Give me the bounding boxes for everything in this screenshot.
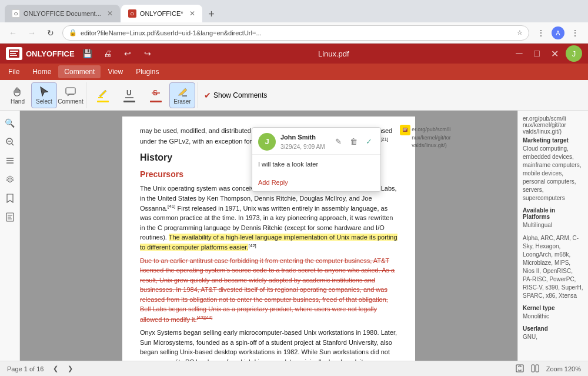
logo-icon (6, 47, 22, 60)
strikethrough-para: Due to an earlier antitrust case forbidd… (140, 256, 397, 324)
svg-rect-24 (516, 365, 523, 372)
kernel-type-section: Kernel type Monolithic (523, 305, 583, 321)
comment-delete-button[interactable]: 🗑 (348, 136, 359, 148)
window-minimize-button[interactable]: ─ (513, 47, 526, 60)
extensions-button[interactable]: ⋮ (534, 26, 548, 40)
hand-tool-label: Hand (11, 98, 25, 105)
profile-button[interactable]: A (552, 26, 564, 39)
tab-close-1[interactable]: ✕ (107, 9, 113, 18)
fit-page-icon[interactable] (516, 364, 524, 374)
menu-plugins[interactable]: Plugins (130, 65, 165, 78)
hand-tool-button[interactable]: Hand (5, 82, 31, 108)
print-button[interactable]: 🖨 (101, 46, 115, 61)
strikethrough-icon: S (150, 88, 162, 99)
browser-tab-2[interactable]: O ONLYOFFICE* ✕ (121, 5, 202, 22)
sidebar-layers-icon[interactable] (2, 172, 18, 187)
svg-rect-26 (536, 365, 539, 372)
toolbar-group-annotations: U S Eraser (88, 82, 198, 108)
address-text: editor?fileName=Linux.pdf&userId=uid-1&l… (81, 29, 513, 36)
nav-forward-button[interactable]: → (25, 26, 39, 40)
kernel-type-value: Monolithic (523, 312, 583, 321)
browser-nav: ← → ↻ 🔒 editor?fileName=Linux.pdf&userId… (0, 22, 588, 44)
sidebar-page-icon[interactable] (2, 209, 18, 225)
svg-line-12 (12, 144, 14, 145)
nav-reload-button[interactable]: ↻ (44, 26, 58, 40)
svg-rect-3 (10, 55, 17, 56)
nav-right-buttons: ⋮ A ⋮ (534, 26, 582, 40)
available-platforms-value: Multilingual (523, 221, 583, 229)
strikethrough-color-indicator (150, 101, 162, 102)
select-tool-button[interactable]: Select (31, 82, 57, 108)
save-button[interactable]: 💾 (81, 46, 95, 61)
menu-comment[interactable]: Comment (58, 65, 101, 78)
new-tab-button[interactable]: + (203, 6, 220, 22)
tab-favicon-2: O (128, 9, 136, 18)
browser-menu-button[interactable]: ⋮ (568, 26, 582, 40)
svg-rect-25 (532, 365, 534, 372)
prev-page-button[interactable]: ❮ (53, 365, 58, 372)
marketing-target-section: Marketing target Cloud computing, embedd… (523, 137, 583, 202)
comment-resolve-button[interactable]: ✓ (363, 136, 375, 148)
nav-back-button[interactable]: ← (6, 26, 20, 40)
available-platforms-section: Available in Platforms Multilingual (523, 207, 583, 229)
marketing-target-value: Cloud computing, embedded devices, mainf… (523, 145, 583, 202)
eraser-tool-label: Eraser (173, 98, 191, 105)
window-restore-button[interactable]: □ (530, 47, 543, 60)
underline-color-indicator (123, 101, 135, 102)
comment-author-avatar: J (258, 133, 276, 151)
comment-tool-button[interactable]: Comment (58, 82, 83, 108)
userland-label: Userland (523, 325, 583, 332)
comment-timestamp: 3/29/24, 9:09 AM (280, 142, 328, 152)
select-icon (38, 86, 50, 98)
eraser-icon (176, 86, 188, 98)
menu-view[interactable]: View (102, 65, 129, 78)
comment-header: J John Smith 3/29/24, 9:09 AM ✎ 🗑 ✓ (252, 128, 380, 155)
next-page-button[interactable]: ❯ (68, 365, 73, 372)
address-bar[interactable]: 🔒 editor?fileName=Linux.pdf&userId=uid-1… (62, 25, 529, 41)
tab-close-2[interactable]: ✕ (189, 9, 195, 18)
sidebar-right-intro: er.org/pub/scm/linux/kernel/git/torvalds… (523, 115, 583, 135)
comment-edit-button[interactable]: ✎ (332, 136, 344, 148)
kernel-type-label: Kernel type (523, 305, 583, 311)
sidebar-left: 🔍 (0, 111, 20, 361)
app-header: ONLYOFFICE 💾 🖨 ↩ ↪ Linux.pdf ─ □ ✕ J (0, 44, 588, 64)
sidebar-bookmark-icon[interactable] (2, 191, 18, 206)
browser-tab-1[interactable]: O ONLYOFFICE Document... ✕ (5, 5, 120, 22)
layout-icon[interactable] (531, 364, 539, 374)
svg-rect-4 (66, 88, 75, 94)
toolbar: Hand Select Comment U S E (0, 80, 588, 111)
underline-tool-button[interactable]: U (116, 82, 142, 108)
svg-rect-5 (98, 97, 103, 98)
sidebar-search-icon[interactable]: 🔍 (2, 115, 18, 131)
document-scroll-area[interactable]: may be used, modified, and distributed r… (20, 111, 517, 361)
comment-body-text: I will take a look later (252, 155, 380, 174)
undo-button[interactable]: ↩ (121, 46, 135, 61)
comment-annotation-icon[interactable] (400, 125, 410, 135)
bookmark-icon: ☆ (517, 29, 523, 36)
window-close-button[interactable]: ✕ (548, 47, 561, 60)
menu-bar: File Home Comment View Plugins (0, 64, 588, 80)
user-avatar[interactable]: J (566, 45, 582, 62)
document-paper: may be used, modified, and distributed r… (122, 117, 415, 361)
show-comments-area: ✔ Show Comments (204, 91, 267, 100)
redo-button[interactable]: ↪ (141, 46, 155, 61)
menu-file[interactable]: File (2, 65, 25, 78)
hand-icon (12, 86, 24, 98)
sidebar-menu-icon[interactable] (2, 153, 18, 168)
browser-tabs: O ONLYOFFICE Document... ✕ O ONLYOFFICE*… (5, 0, 220, 22)
menu-home[interactable]: Home (26, 65, 57, 78)
comment-action-buttons: ✎ 🗑 ✓ (332, 136, 375, 148)
svg-text:U: U (126, 89, 132, 97)
comment-tool-label: Comment (58, 98, 83, 105)
status-bar: Page 1 of 16 ❮ ❯ Zoom 120% (0, 361, 588, 376)
header-right: ─ □ ✕ J (513, 45, 582, 62)
highlight-color-indicator (97, 101, 109, 102)
status-right: Zoom 120% (516, 364, 581, 374)
sidebar-zoom-icon[interactable] (2, 134, 18, 149)
add-reply-button[interactable]: Add Reply (252, 174, 380, 191)
show-comments-checkbox[interactable]: ✔ (204, 91, 211, 100)
eraser-tool-button[interactable]: Eraser (169, 82, 195, 108)
highlight-tool-button[interactable] (90, 82, 116, 108)
strikethrough-tool-button[interactable]: S (143, 82, 169, 108)
sidebar-right: er.org/pub/scm/linux/kernel/git/torvalds… (517, 111, 588, 361)
